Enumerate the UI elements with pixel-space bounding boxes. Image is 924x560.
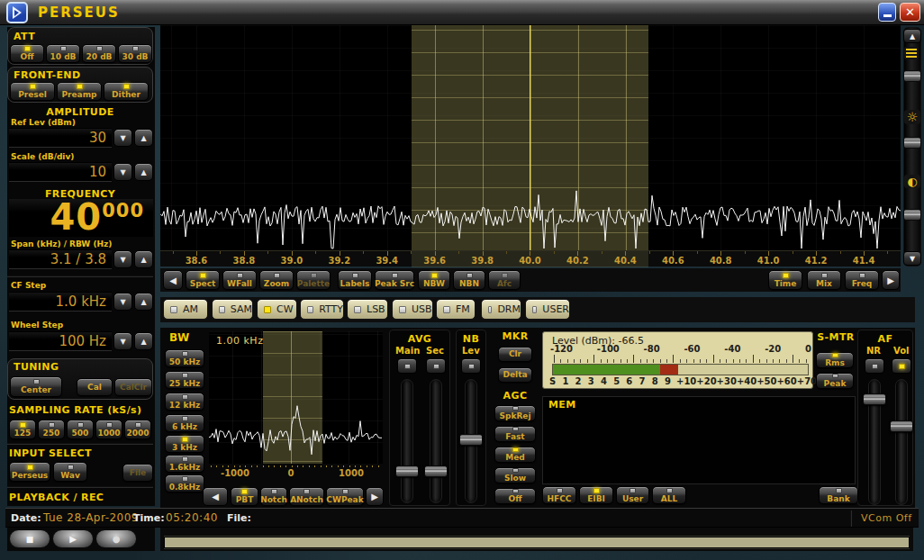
- nbw-button[interactable]: NBW: [418, 270, 450, 290]
- sr-2000-button[interactable]: 2000: [124, 420, 151, 439]
- avg-main-slider-handle[interactable]: [395, 465, 419, 477]
- agc-med-button[interactable]: Med: [494, 447, 536, 463]
- record-button[interactable]: ●: [95, 529, 137, 548]
- bw-3khz-button[interactable]: 3 kHz: [165, 435, 204, 453]
- brightness-slider-handle[interactable]: [903, 137, 921, 149]
- play-button[interactable]: ▶: [52, 529, 94, 548]
- playback-progress-bar[interactable]: [164, 537, 910, 548]
- af-nr-slider-handle[interactable]: [863, 393, 886, 405]
- att-20db-button[interactable]: 20 dB: [82, 44, 116, 63]
- att-30db-button[interactable]: 30 dB: [118, 44, 152, 63]
- af-vol-slider-track[interactable]: [895, 379, 908, 505]
- avg-sec-toggle[interactable]: [426, 358, 446, 374]
- freq-button[interactable]: Freq: [845, 270, 879, 290]
- nb-slider-handle[interactable]: [459, 434, 483, 446]
- cwpeak-button[interactable]: CWPeak: [326, 487, 364, 506]
- mem-eibi-button[interactable]: EIBI: [579, 486, 613, 504]
- att-10db-button[interactable]: 10 dB: [46, 44, 80, 63]
- ref-lev-down-button[interactable]: ▼: [113, 129, 132, 147]
- scale-down-button[interactable]: ▼: [113, 163, 132, 181]
- wfall-button[interactable]: WFall: [222, 270, 257, 290]
- agc-fast-button[interactable]: Fast: [494, 426, 536, 442]
- avg-main-slider-track[interactable]: [401, 379, 413, 503]
- mem-user-button[interactable]: User: [616, 486, 649, 504]
- sr-125-button[interactable]: 125: [9, 420, 36, 439]
- peak-src-button[interactable]: Peak Src: [375, 270, 414, 290]
- filter-passband-display[interactable]: 1.00 kHz: [209, 331, 383, 464]
- mode-am-button[interactable]: AM: [163, 299, 208, 320]
- scroll-slider-handle[interactable]: [903, 70, 921, 82]
- bw-25khz-button[interactable]: 25 kHz: [165, 371, 204, 389]
- mode-fm-button[interactable]: FM: [436, 299, 476, 320]
- close-button[interactable]: ✕: [900, 3, 920, 22]
- strip-up-button[interactable]: ▲: [903, 29, 921, 43]
- scroll-right-button[interactable]: ▶: [882, 270, 900, 290]
- mem-all-button[interactable]: ALL: [652, 486, 686, 504]
- cf-step-up-button[interactable]: ▲: [134, 293, 153, 311]
- mkr-clr-button[interactable]: Clr: [498, 347, 532, 362]
- mode-drm-button[interactable]: DRM: [481, 299, 521, 320]
- contrast-slider-handle[interactable]: [903, 209, 921, 221]
- cf-step-down-button[interactable]: ▼: [113, 293, 132, 311]
- tuning-cal-button[interactable]: Cal: [77, 378, 113, 396]
- bw-0-8khz-button[interactable]: 0.8kHz: [165, 474, 204, 492]
- labels-button[interactable]: Labels: [338, 270, 372, 290]
- wheel-step-up-button[interactable]: ▲: [134, 332, 153, 350]
- sr-500-button[interactable]: 500: [67, 420, 94, 439]
- span-up-button[interactable]: ▲: [134, 250, 153, 268]
- scroll-left-button[interactable]: ◀: [163, 270, 183, 290]
- time-button[interactable]: Time: [768, 270, 802, 290]
- palette-button[interactable]: Palette: [296, 270, 331, 290]
- smtr-peak-button[interactable]: Peak: [816, 373, 854, 389]
- af-nr-toggle[interactable]: [865, 358, 884, 374]
- agc-off-button[interactable]: Off: [494, 488, 536, 504]
- bw-1-6khz-button[interactable]: 1.6kHz: [165, 455, 204, 473]
- anotch-button[interactable]: ANotch: [289, 487, 324, 506]
- span-down-button[interactable]: ▼: [113, 250, 132, 268]
- avg-sec-slider-track[interactable]: [430, 379, 442, 503]
- tuning-calclr-button[interactable]: CalClr: [114, 378, 152, 396]
- sr-250-button[interactable]: 250: [38, 420, 65, 439]
- minimize-button[interactable]: [878, 3, 896, 22]
- att-off-button[interactable]: Off: [10, 44, 44, 63]
- ref-lev-up-button[interactable]: ▲: [134, 129, 153, 147]
- zoom-button[interactable]: Zoom: [259, 270, 294, 290]
- mkr-delta-button[interactable]: Delta: [498, 367, 532, 383]
- scale-up-button[interactable]: ▲: [134, 163, 153, 181]
- spect-button[interactable]: Spect: [186, 270, 220, 290]
- mem-hfcc-button[interactable]: HFCC: [542, 486, 576, 504]
- pbt-button[interactable]: PBT: [231, 487, 258, 506]
- smtr-rms-button[interactable]: Rms: [816, 352, 854, 368]
- wheel-step-down-button[interactable]: ▼: [113, 332, 132, 350]
- mode-cw-button[interactable]: CW: [257, 299, 297, 320]
- mix-button[interactable]: Mix: [807, 270, 841, 290]
- mode-rtty-button[interactable]: RTTY: [300, 299, 344, 320]
- frequency-display[interactable]: 40 000: [9, 199, 153, 237]
- mode-usb-button[interactable]: USB: [392, 299, 433, 320]
- filter-right-button[interactable]: ▶: [366, 487, 384, 506]
- bw-6khz-button[interactable]: 6 kHz: [165, 414, 204, 432]
- avg-sec-slider-handle[interactable]: [424, 465, 448, 477]
- nb-toggle[interactable]: [461, 358, 481, 374]
- avg-main-toggle[interactable]: [397, 358, 417, 374]
- mem-bank-button[interactable]: Bank: [819, 486, 858, 504]
- af-vol-toggle[interactable]: [892, 358, 911, 374]
- presel-button[interactable]: Presel: [10, 82, 55, 101]
- sr-1000-button[interactable]: 1000: [95, 420, 122, 439]
- af-vol-slider-handle[interactable]: [890, 420, 913, 432]
- mode-user-button[interactable]: USER: [525, 299, 570, 320]
- input-wav-button[interactable]: Wav: [53, 462, 87, 482]
- input-perseus-button[interactable]: Perseus: [9, 462, 50, 482]
- afc-button[interactable]: Afc: [488, 270, 521, 290]
- notch-button[interactable]: Notch: [260, 487, 287, 506]
- input-file-button[interactable]: File: [122, 464, 153, 482]
- stop-button[interactable]: ■: [9, 529, 50, 548]
- mode-lsb-button[interactable]: LSB: [347, 299, 388, 320]
- palette-lines-icon[interactable]: [904, 47, 919, 59]
- main-spectrum-display[interactable]: [160, 25, 901, 250]
- agc-spkrej-button[interactable]: SpkRej: [494, 405, 536, 421]
- strip-down-button[interactable]: ▼: [903, 251, 921, 266]
- mode-sam-button[interactable]: SAM: [212, 299, 253, 320]
- agc-slow-button[interactable]: Slow: [494, 467, 536, 483]
- bw-50khz-button[interactable]: 50 kHz: [165, 349, 204, 367]
